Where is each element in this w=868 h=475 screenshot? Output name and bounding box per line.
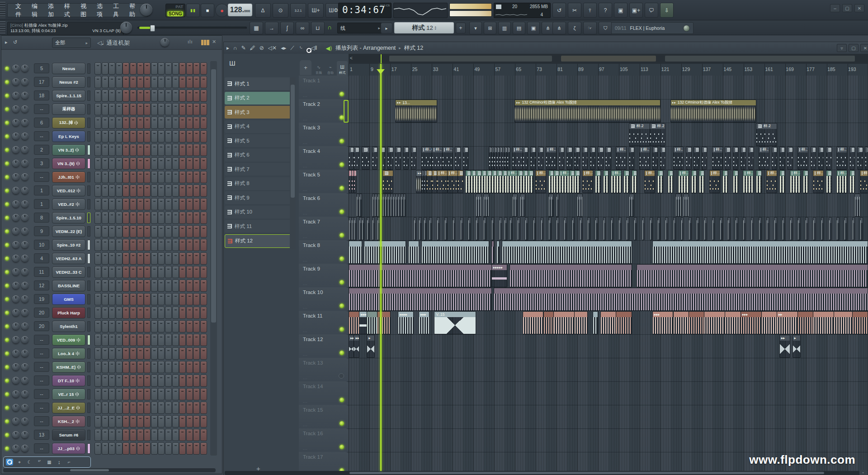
clip[interactable]	[362, 217, 365, 240]
track-header[interactable]: Track 7...	[299, 217, 349, 241]
clip[interactable]	[611, 217, 614, 240]
slide-button[interactable]: ʃ	[280, 22, 294, 34]
step-cell[interactable]	[186, 347, 193, 360]
channel-target-display[interactable]: --	[34, 375, 49, 385]
playlist-scroll-corner[interactable]: ⌄	[859, 470, 867, 475]
step-cell[interactable]	[130, 239, 137, 251]
clip[interactable]: ▸	[367, 335, 375, 358]
step-cell[interactable]	[130, 212, 137, 224]
step-cell[interactable]	[116, 212, 123, 224]
step-cell[interactable]	[137, 361, 144, 373]
step-cell[interactable]	[172, 442, 179, 455]
clip[interactable]	[421, 241, 489, 264]
channel-button[interactable]: KSH.._2	[52, 416, 85, 427]
track-header[interactable]: Track 16...	[299, 428, 349, 452]
clip[interactable]: ▸▸	[416, 170, 421, 193]
step-cell[interactable]	[200, 225, 207, 238]
step-cell[interactable]	[172, 225, 179, 238]
clip[interactable]: 样..7	[673, 147, 684, 170]
clip[interactable]: 样..3	[559, 170, 570, 193]
step-cell[interactable]	[151, 375, 158, 387]
step-cell[interactable]	[108, 252, 115, 265]
play-pause-button[interactable]: ▮▮	[186, 4, 200, 17]
playhead-marker[interactable]	[377, 69, 385, 78]
step-cell[interactable]	[130, 130, 137, 142]
channel-volume-knob[interactable]	[21, 255, 28, 262]
clip[interactable]	[844, 217, 847, 240]
step-cell[interactable]	[179, 442, 186, 455]
clip[interactable]	[834, 311, 852, 334]
step-cell[interactable]	[137, 334, 144, 346]
step-cell[interactable]	[186, 429, 193, 441]
step-cell[interactable]	[144, 429, 151, 441]
channel-button[interactable]: 132..掉	[52, 117, 85, 128]
clip[interactable]	[564, 217, 567, 240]
clip[interactable]	[725, 311, 741, 334]
step-cell[interactable]	[158, 442, 165, 455]
step-cell[interactable]	[200, 307, 207, 319]
step-cell[interactable]	[158, 76, 165, 88]
step-cell[interactable]	[94, 90, 101, 102]
step-cell[interactable]	[144, 252, 151, 265]
step-cell[interactable]	[165, 252, 172, 265]
step-cell[interactable]	[137, 185, 144, 197]
channel-button[interactable]: VEDH2..63 A	[52, 253, 85, 264]
clip[interactable]	[652, 147, 658, 170]
step-cell[interactable]	[165, 293, 172, 305]
clip[interactable]	[486, 170, 491, 193]
slider-handle[interactable]	[150, 25, 155, 32]
step-cell[interactable]	[94, 347, 101, 360]
clip[interactable]	[813, 217, 816, 240]
step-cell[interactable]	[102, 90, 108, 102]
clip[interactable]: 样..3	[790, 170, 801, 193]
clip[interactable]	[657, 170, 663, 193]
clip[interactable]	[349, 264, 492, 287]
step-cell[interactable]	[116, 415, 123, 428]
step-cell[interactable]	[179, 130, 186, 142]
channel-target-display[interactable]: 19	[34, 294, 49, 304]
step-cell[interactable]	[179, 103, 186, 115]
add-pattern-button[interactable]: +	[456, 23, 466, 33]
menu-item-添加[interactable]: 添加	[45, 2, 61, 19]
copy-window-button[interactable]: ▣	[527, 22, 540, 34]
channel-button[interactable]: Spire..1.5.10	[52, 212, 85, 223]
clip[interactable]	[657, 217, 660, 240]
track-led-icon[interactable]	[340, 304, 344, 308]
step-cell[interactable]	[137, 280, 144, 292]
step-cell[interactable]	[172, 252, 179, 265]
clip[interactable]	[852, 217, 855, 240]
clip[interactable]	[779, 147, 785, 170]
step-cell[interactable]	[102, 252, 108, 265]
channel-volume-knob[interactable]	[21, 350, 28, 357]
channel-target-display[interactable]: 6	[34, 118, 49, 128]
step-cell[interactable]	[200, 185, 207, 197]
clip[interactable]: 样..3	[709, 170, 720, 193]
step-cell[interactable]	[158, 429, 165, 441]
clip[interactable]: 样..3	[611, 170, 622, 193]
step-cell[interactable]	[108, 239, 115, 251]
step-cell[interactable]	[186, 334, 193, 346]
step-cell[interactable]	[158, 157, 165, 170]
clip[interactable]: 样..7	[616, 147, 627, 170]
clip[interactable]	[574, 147, 580, 170]
clip[interactable]	[530, 147, 536, 170]
clip[interactable]	[683, 194, 689, 217]
step-cell[interactable]	[193, 429, 200, 441]
channel-pan-knob[interactable]	[12, 255, 19, 262]
step-cell[interactable]	[179, 212, 186, 224]
clip[interactable]	[538, 147, 543, 170]
clip[interactable]	[854, 194, 860, 217]
step-cell[interactable]	[200, 144, 207, 156]
clip[interactable]	[437, 217, 440, 240]
step-cell[interactable]	[102, 334, 108, 346]
channel-pan-knob[interactable]	[12, 146, 19, 153]
draw-tool-icon[interactable]: ✎	[241, 45, 246, 51]
step-cell[interactable]	[200, 76, 207, 88]
clip[interactable]	[523, 147, 528, 170]
link-button[interactable]: ∞	[296, 22, 309, 34]
step-cell[interactable]	[94, 103, 101, 115]
step-cell[interactable]	[116, 103, 123, 115]
step-cell[interactable]	[179, 307, 186, 319]
channel-pan-knob[interactable]	[12, 404, 19, 411]
step-cell[interactable]	[151, 429, 158, 441]
